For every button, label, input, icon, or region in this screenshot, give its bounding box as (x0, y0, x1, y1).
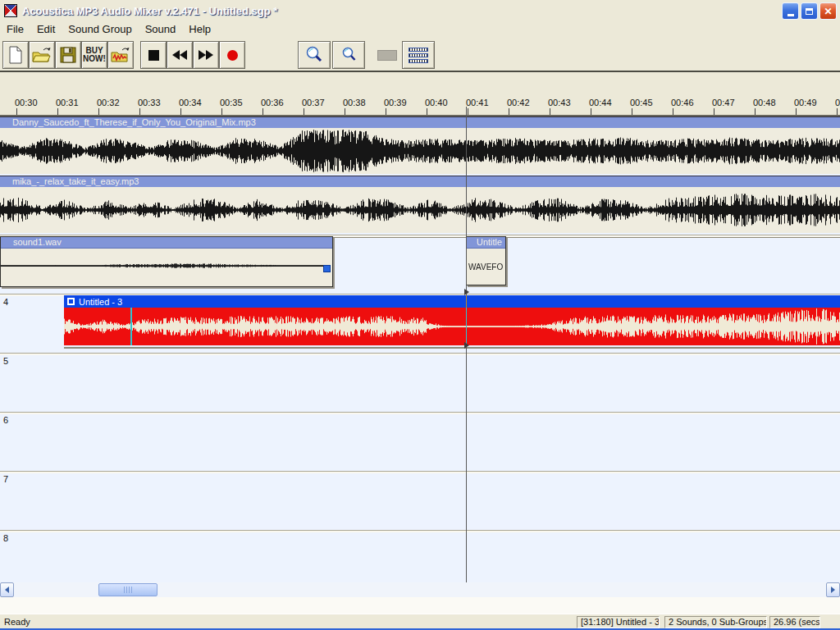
ruler-tick (304, 108, 304, 115)
clip-sound1[interactable]: sound1.wav (0, 236, 333, 287)
open-folder-icon (31, 45, 52, 65)
scroll-right-button[interactable] (826, 582, 840, 597)
fast-forward-button[interactable] (193, 41, 219, 69)
ruler-label: 00:46 (671, 98, 694, 107)
track-row-2: mika_-_relax_take_it_easy.mp3 (0, 176, 840, 235)
minimize-button[interactable] (782, 2, 799, 20)
track-row-6: 6 (0, 412, 840, 471)
row-number: 6 (3, 415, 8, 425)
ruler-tick (714, 108, 714, 115)
clip-volume-handle[interactable] (323, 265, 331, 272)
track-row-3: sound1.wav Untitle WAVEFO (0, 235, 840, 294)
track-row-7: 7 (0, 471, 840, 530)
waveform-canvas-track2 (0, 187, 840, 233)
close-button[interactable]: ✕ (819, 2, 837, 20)
ruler-label: 00:43 (548, 98, 571, 107)
record-button[interactable] (219, 41, 245, 69)
ruler-tick (796, 108, 797, 115)
ruler-label: 00:48 (753, 98, 776, 107)
ruler-tick (139, 108, 140, 115)
ruler-tick (16, 108, 17, 115)
menu-item-sound-group[interactable]: Sound Group (62, 23, 138, 35)
clip-untitled-3-body (64, 308, 840, 345)
track-row-8: 8 (0, 530, 840, 582)
disabled-tool-button (374, 41, 400, 69)
horizontal-scrollbar[interactable] (0, 582, 840, 597)
playhead-bottom-marker (464, 342, 469, 349)
zoom-in-icon (304, 45, 324, 65)
new-button[interactable] (2, 41, 29, 69)
clip-square-icon (67, 298, 75, 305)
restore-button[interactable] (801, 2, 818, 20)
ruler-tick (509, 108, 509, 115)
status-sounds-panel: 2 Sounds, 0 Sub-Groups (664, 616, 767, 628)
ruler-tick (57, 108, 58, 115)
zoom-out-button[interactable] (332, 41, 365, 69)
mixer-view-button[interactable] (402, 41, 435, 69)
ruler-tick (755, 108, 756, 115)
mixer-rows-icon (409, 48, 428, 63)
ruler-tick (180, 108, 181, 115)
scroll-left-button[interactable] (0, 582, 14, 597)
ruler-tick (550, 108, 550, 115)
ruler-tick (262, 108, 263, 115)
clip-track2-title: mika_-_relax_take_it_easy.mp3 (0, 176, 840, 187)
waveform-canvas-untitled-3 (64, 308, 840, 345)
row-separator (0, 530, 840, 532)
ruler-label: 00:49 (794, 98, 817, 107)
stop-button[interactable] (140, 41, 167, 69)
ruler-tick (98, 108, 99, 115)
import-sound-button[interactable] (107, 41, 134, 69)
window-title: Acoustica MP3 Audio Mixer v.2.471 - Unti… (22, 5, 277, 17)
ruler-tick (591, 108, 591, 115)
restore-icon (806, 8, 813, 15)
row-number: 7 (3, 474, 8, 484)
status-bar: Ready [31:180] Untitled - 3 2 Sounds, 0 … (0, 614, 840, 628)
clip-track1-title: Danny_Saucedo_ft_Therese_if_Only_You_Ori… (0, 116, 840, 128)
timeline-ruler[interactable]: 00:3000:3100:3200:3300:3400:3500:3600:37… (0, 72, 840, 116)
menu-item-sound[interactable]: Sound (139, 23, 183, 35)
save-button[interactable] (55, 41, 81, 69)
ruler-tick (386, 108, 386, 115)
waveform-canvas-sound1 (1, 249, 331, 283)
save-floppy-icon (59, 46, 77, 64)
ruler-label: 00:40 (425, 98, 448, 107)
row-number: 4 (3, 297, 8, 307)
scrollbar-grip (124, 587, 132, 593)
menu-item-edit[interactable]: Edit (30, 23, 62, 35)
clip-untitled-3[interactable]: Untitled - 3 (64, 295, 840, 347)
status-selection-panel: [31:180] Untitled - 3 (577, 616, 660, 628)
ruler-label: 00:50 (835, 98, 840, 107)
menu-item-help[interactable]: Help (182, 23, 217, 35)
ruler-tick (632, 108, 632, 115)
edit-cursor-marker (130, 308, 132, 345)
menu-item-file[interactable]: File (0, 23, 30, 35)
clip-track1[interactable]: Danny_Saucedo_ft_Therese_if_Only_You_Ori… (0, 116, 840, 176)
ruler-tick (837, 108, 838, 115)
clip-untitled-3-titlebar: Untitled - 3 (64, 295, 840, 308)
playhead-line-clip-segment (466, 308, 467, 345)
ruler-label: 00:32 (97, 98, 120, 107)
zoom-in-button[interactable] (298, 41, 331, 69)
buy-now-button[interactable]: BUY NOW! (81, 41, 107, 69)
chevron-left-icon (5, 587, 9, 593)
buy-now-label: BUY NOW! (83, 47, 106, 63)
zoom-out-icon (339, 45, 358, 65)
ruler-label: 00:38 (343, 98, 366, 107)
ruler-tick (427, 108, 427, 115)
scrollbar-thumb[interactable] (98, 583, 158, 596)
clip-untitled-small[interactable]: Untitle WAVEFO (466, 236, 506, 285)
row-separator (0, 412, 840, 414)
track-area: Danny_Saucedo_ft_Therese_if_Only_You_Ori… (0, 116, 840, 582)
clip-track2[interactable]: mika_-_relax_take_it_easy.mp3 (0, 176, 840, 235)
status-duration-panel: 26.96 (secs) (769, 616, 820, 628)
rewind-button[interactable] (167, 41, 193, 69)
ruler-tick (673, 108, 673, 115)
minimize-icon (788, 14, 794, 16)
ruler-label: 00:41 (466, 98, 489, 107)
clip-untitled-small-title: Untitle (467, 237, 505, 249)
playhead-line-titlebar-segment (466, 295, 467, 308)
playhead-top-marker (464, 289, 469, 295)
fast-forward-icon (199, 50, 213, 60)
open-button[interactable] (29, 41, 55, 69)
